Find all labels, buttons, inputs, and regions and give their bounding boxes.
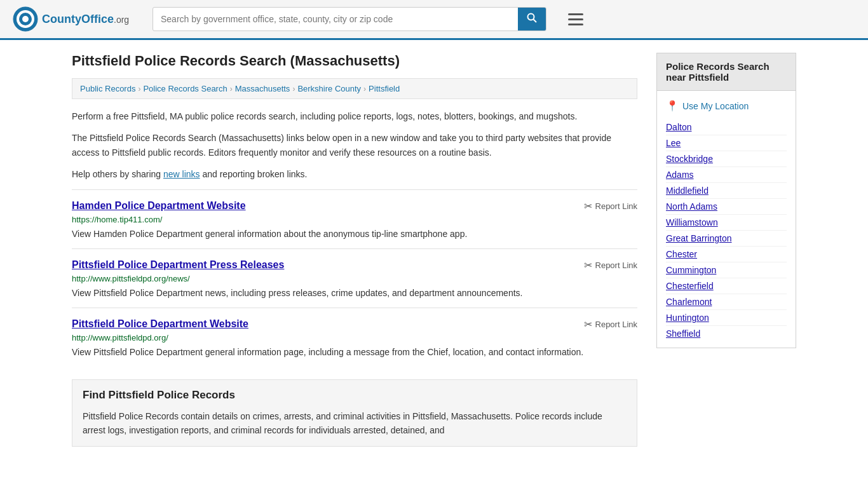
- result-title-2[interactable]: Pittsfield Police Department Press Relea…: [72, 259, 284, 271]
- breadcrumb-sep-3: ›: [292, 85, 295, 93]
- logo-text: CountyOffice.org: [42, 13, 129, 26]
- results-list: Hamden Police Department Website ✂ Repor…: [72, 189, 637, 367]
- svg-point-5: [31, 14, 33, 17]
- result-header-2: Pittsfield Police Department Press Relea…: [72, 259, 637, 271]
- result-url-3: http://www.pittsfieldpd.org/: [72, 333, 637, 342]
- report-icon-2: ✂: [584, 259, 592, 271]
- svg-point-4: [24, 10, 27, 13]
- use-my-location-label: Use My Location: [682, 101, 749, 111]
- find-section-title: Find Pittsfield Police Records: [83, 389, 627, 402]
- result-item-2: Pittsfield Police Department Press Relea…: [72, 248, 637, 308]
- sidebar-link-lee[interactable]: Lee: [666, 135, 787, 151]
- find-section-text: Pittsfield Police Records contain detail…: [83, 409, 627, 438]
- description-2: The Pittsfield Police Records Search (Ma…: [72, 131, 637, 159]
- sidebar-header: Police Records Search near Pittsfield: [656, 53, 796, 91]
- sidebar-link-charlemont[interactable]: Charlemont: [666, 294, 787, 310]
- main-container: Pittsfield Police Records Search (Massac…: [59, 40, 809, 459]
- breadcrumb-link-berkshire[interactable]: Berkshire County: [297, 84, 361, 93]
- sidebar-link-sheffield[interactable]: Sheffield: [666, 326, 787, 341]
- sidebar-links-list: DaltonLeeStockbridgeAdamsMiddlefieldNort…: [666, 119, 787, 341]
- location-pin-icon: 📍: [666, 100, 679, 112]
- report-label-3: Report Link: [595, 320, 637, 329]
- result-title-1[interactable]: Hamden Police Department Website: [72, 200, 246, 212]
- description-3: Help others by sharing new links and rep…: [72, 167, 637, 181]
- sidebar-link-williamstown[interactable]: Williamstown: [666, 215, 787, 231]
- search-icon: [527, 13, 537, 23]
- svg-point-3: [22, 16, 29, 22]
- svg-point-7: [24, 25, 27, 28]
- report-icon-1: ✂: [584, 200, 592, 212]
- svg-line-11: [534, 20, 537, 23]
- sidebar-link-middlefield[interactable]: Middlefield: [666, 183, 787, 199]
- sidebar-content: 📍 Use My Location DaltonLeeStockbridgeAd…: [656, 91, 796, 348]
- result-item-1: Hamden Police Department Website ✂ Repor…: [72, 189, 637, 248]
- content-area: Pittsfield Police Records Search (Massac…: [72, 53, 637, 447]
- svg-point-9: [18, 14, 20, 17]
- breadcrumb-link-police-records[interactable]: Police Records Search: [143, 84, 227, 93]
- result-url-2: http://www.pittsfieldpd.org/news/: [72, 274, 637, 283]
- svg-point-6: [31, 22, 33, 24]
- menu-line-3: [568, 24, 583, 25]
- description-1: Perform a free Pittsfield, MA public pol…: [72, 109, 637, 123]
- use-my-location-button[interactable]: 📍 Use My Location: [666, 97, 749, 114]
- search-button[interactable]: [518, 8, 546, 30]
- logo-icon: [13, 6, 38, 32]
- report-label-2: Report Link: [595, 261, 637, 270]
- menu-line-2: [568, 18, 583, 20]
- result-url-1: https://home.tip411.com/: [72, 215, 637, 224]
- report-link-button-3[interactable]: ✂ Report Link: [584, 318, 637, 330]
- report-icon-3: ✂: [584, 318, 592, 330]
- result-desc-2: View Pittsfield Police Department news, …: [72, 287, 637, 300]
- result-desc-3: View Pittsfield Police Department genera…: [72, 346, 637, 359]
- sidebar: Police Records Search near Pittsfield 📍 …: [656, 53, 796, 447]
- sidebar-link-chester[interactable]: Chester: [666, 247, 787, 262]
- search-input[interactable]: [153, 9, 518, 29]
- site-header: CountyOffice.org: [0, 0, 868, 40]
- sidebar-link-huntington[interactable]: Huntington: [666, 310, 787, 326]
- sidebar-link-cummington[interactable]: Cummington: [666, 262, 787, 278]
- result-title-3[interactable]: Pittsfield Police Department Website: [72, 318, 248, 330]
- breadcrumb-link-massachusetts[interactable]: Massachusetts: [235, 84, 290, 93]
- sidebar-link-dalton[interactable]: Dalton: [666, 119, 787, 135]
- sidebar-link-stockbridge[interactable]: Stockbridge: [666, 151, 787, 167]
- search-bar: [153, 7, 546, 31]
- report-label-1: Report Link: [595, 201, 637, 211]
- desc3-suffix: and reporting broken links.: [202, 169, 307, 179]
- menu-line-1: [568, 13, 583, 15]
- svg-point-8: [18, 22, 20, 24]
- svg-point-10: [528, 14, 534, 20]
- sidebar-link-adams[interactable]: Adams: [666, 167, 787, 183]
- new-links-link[interactable]: new links: [163, 169, 200, 179]
- report-link-button-2[interactable]: ✂ Report Link: [584, 259, 637, 271]
- logo-area: CountyOffice.org: [13, 6, 140, 32]
- sidebar-link-north-adams[interactable]: North Adams: [666, 199, 787, 215]
- page-title: Pittsfield Police Records Search (Massac…: [72, 53, 637, 69]
- breadcrumb-link-pittsfield[interactable]: Pittsfield: [369, 84, 400, 93]
- hamburger-menu-button[interactable]: [564, 10, 587, 29]
- breadcrumb-sep-2: ›: [230, 85, 233, 93]
- breadcrumb: Public Records › Police Records Search ›…: [72, 78, 637, 99]
- breadcrumb-link-public-records[interactable]: Public Records: [80, 84, 135, 93]
- desc3-text: Help others by sharing: [72, 169, 161, 179]
- report-link-button-1[interactable]: ✂ Report Link: [584, 200, 637, 212]
- sidebar-link-great-barrington[interactable]: Great Barrington: [666, 231, 787, 247]
- find-section: Find Pittsfield Police Records Pittsfiel…: [72, 379, 637, 447]
- sidebar-link-chesterfield[interactable]: Chesterfield: [666, 278, 787, 294]
- result-desc-1: View Hamden Police Department general in…: [72, 227, 637, 241]
- breadcrumb-sep-4: ›: [363, 85, 366, 93]
- breadcrumb-sep-1: ›: [138, 85, 140, 93]
- result-header-3: Pittsfield Police Department Website ✂ R…: [72, 318, 637, 330]
- result-item-3: Pittsfield Police Department Website ✂ R…: [72, 308, 637, 367]
- result-header-1: Hamden Police Department Website ✂ Repor…: [72, 200, 637, 212]
